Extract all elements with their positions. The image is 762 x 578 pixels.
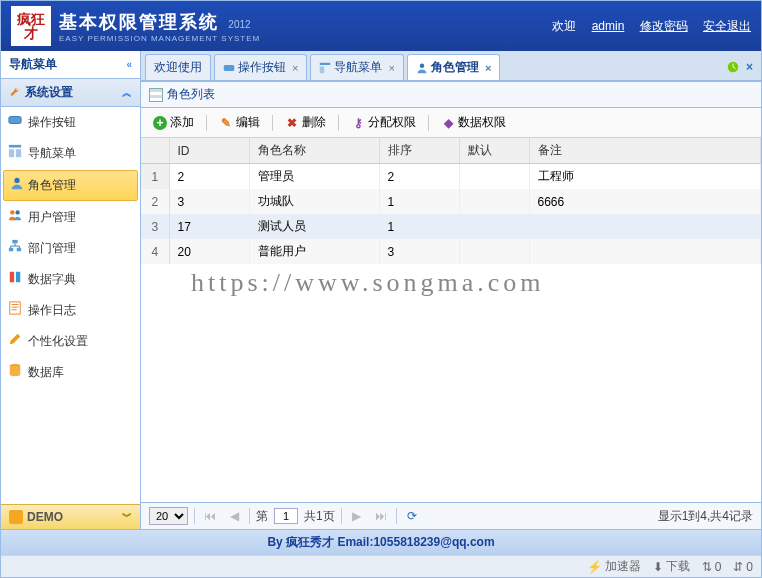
welcome-label: 欢迎 xyxy=(552,19,576,33)
tab-buttons[interactable]: 操作按钮 × xyxy=(214,54,307,80)
app-footer: By 疯狂秀才 Email:1055818239@qq.com xyxy=(1,529,761,555)
pencil-icon: ✎ xyxy=(219,116,233,130)
users-icon xyxy=(8,208,22,222)
close-all-tabs-icon[interactable]: × xyxy=(746,60,753,74)
status-net: ⇅ 0 xyxy=(702,558,722,575)
cell-id: 20 xyxy=(169,239,249,264)
cell-id: 2 xyxy=(169,164,249,190)
change-password-link[interactable]: 修改密码 xyxy=(640,19,688,33)
sidebar-item-nav[interactable]: 导航菜单 xyxy=(1,138,140,169)
sidebar-item-roles[interactable]: 角色管理 xyxy=(3,170,138,201)
add-label: 添加 xyxy=(170,114,194,131)
tab-nav[interactable]: 导航菜单 × xyxy=(310,54,403,80)
sidebar-item-personal[interactable]: 个性化设置 xyxy=(1,326,140,357)
cell-id: 3 xyxy=(169,189,249,214)
refresh-button[interactable]: ⟳ xyxy=(403,507,421,525)
svg-rect-10 xyxy=(10,302,21,314)
total-pages-label: 共1页 xyxy=(304,508,335,525)
table-row[interactable]: 4 20 普能用户 3 xyxy=(141,239,761,264)
expand-down-icon[interactable]: ︾ xyxy=(122,510,132,524)
rownum-cell: 1 xyxy=(141,164,169,190)
cell-sort: 1 xyxy=(379,189,459,214)
log-icon xyxy=(8,301,22,315)
col-name[interactable]: 角色名称 xyxy=(249,138,379,164)
next-page-button[interactable]: ▶ xyxy=(348,507,366,525)
cell-remark xyxy=(529,239,761,264)
tab-roles[interactable]: 角色管理 × xyxy=(407,54,500,80)
close-icon[interactable]: × xyxy=(485,62,491,74)
layout-icon xyxy=(8,144,22,158)
sidebar-item-label: 操作按钮 xyxy=(28,115,76,129)
system-settings-header[interactable]: 系统设置 ︽ xyxy=(1,79,140,107)
col-default[interactable]: 默认 xyxy=(459,138,529,164)
sidebar-item-logs[interactable]: 操作日志 xyxy=(1,295,140,326)
last-page-button[interactable]: ⏭ xyxy=(372,507,390,525)
prev-page-button[interactable]: ◀ xyxy=(225,507,243,525)
collapse-left-icon[interactable]: « xyxy=(126,59,132,70)
delete-label: 删除 xyxy=(302,114,326,131)
data-perm-button[interactable]: ◆数据权限 xyxy=(435,112,512,133)
table-row[interactable]: 1 2 管理员 2 工程师 xyxy=(141,164,761,190)
layout-icon xyxy=(319,62,331,74)
status-download[interactable]: ⬇下载 xyxy=(653,558,690,575)
add-button[interactable]: +添加 xyxy=(147,112,200,133)
table-row[interactable]: 2 3 功城队 1 6666 xyxy=(141,189,761,214)
table-row[interactable]: 3 17 测试人员 1 xyxy=(141,214,761,239)
sidebar-item-dict[interactable]: 数据字典 xyxy=(1,264,140,295)
tab-label: 欢迎使用 xyxy=(154,59,202,76)
tab-label: 角色管理 xyxy=(431,59,479,76)
cell-remark xyxy=(529,214,761,239)
header-actions: 欢迎 admin 修改密码 安全退出 xyxy=(552,18,751,35)
demo-label: DEMO xyxy=(27,510,63,524)
app-title: 基本权限管理系统 xyxy=(59,12,219,32)
page-input[interactable] xyxy=(274,508,298,524)
logout-link[interactable]: 安全退出 xyxy=(703,19,751,33)
svg-rect-3 xyxy=(16,149,21,157)
edit-button[interactable]: ✎编辑 xyxy=(213,112,266,133)
rownum-cell: 4 xyxy=(141,239,169,264)
tab-content: 角色列表 +添加 ✎编辑 ✖删除 ⚷分配权限 ◆数据权限 ID xyxy=(141,81,761,529)
sidebar-item-depts[interactable]: 部门管理 xyxy=(1,233,140,264)
button-icon xyxy=(8,113,22,127)
app-subtitle: EASY PERMISSION MANAGEMENT SYSTEM xyxy=(59,34,260,43)
book-icon xyxy=(8,270,22,284)
first-page-button[interactable]: ⏮ xyxy=(201,507,219,525)
assign-label: 分配权限 xyxy=(368,114,416,131)
footer-text: By 疯狂秀才 Email:1055818239@qq.com xyxy=(267,535,494,549)
menu-list: 操作按钮 导航菜单 角色管理 用户管理 部门管理 数据字典 xyxy=(1,107,140,504)
collapse-up-icon[interactable]: ︽ xyxy=(122,86,132,100)
username-link[interactable]: admin xyxy=(592,19,625,33)
nav-menu-header[interactable]: 导航菜单 « xyxy=(1,51,140,79)
sidebar-item-buttons[interactable]: 操作按钮 xyxy=(1,107,140,138)
sidebar-item-users[interactable]: 用户管理 xyxy=(1,202,140,233)
col-rownum[interactable] xyxy=(141,138,169,164)
roles-table: ID 角色名称 排序 默认 备注 1 2 管理员 2 工程师2 3 功城队 1 … xyxy=(141,138,761,264)
close-icon[interactable]: × xyxy=(292,62,298,74)
delete-button[interactable]: ✖删除 xyxy=(279,112,332,133)
status-accel[interactable]: ⚡加速器 xyxy=(587,558,641,575)
assign-perm-button[interactable]: ⚷分配权限 xyxy=(345,112,422,133)
col-sort[interactable]: 排序 xyxy=(379,138,459,164)
close-icon[interactable]: × xyxy=(388,62,394,74)
tab-welcome[interactable]: 欢迎使用 xyxy=(145,54,211,80)
tab-label: 导航菜单 xyxy=(334,59,382,76)
refresh-tabs-icon[interactable] xyxy=(726,60,740,74)
cell-sort: 1 xyxy=(379,214,459,239)
sidebar: 导航菜单 « 系统设置 ︽ 操作按钮 导航菜单 角色管理 用户管理 xyxy=(1,51,141,529)
svg-rect-1 xyxy=(9,145,21,148)
separator xyxy=(341,508,342,524)
separator xyxy=(396,508,397,524)
key-icon: ⚷ xyxy=(351,116,365,130)
button-icon xyxy=(223,62,235,74)
sidebar-item-db[interactable]: 数据库 xyxy=(1,357,140,388)
demo-panel-header[interactable]: DEMO ︾ xyxy=(1,504,140,529)
cell-sort: 3 xyxy=(379,239,459,264)
org-icon xyxy=(8,239,22,253)
database-icon xyxy=(8,363,22,377)
col-remark[interactable]: 备注 xyxy=(529,138,761,164)
user-role-icon xyxy=(10,176,24,190)
col-id[interactable]: ID xyxy=(169,138,249,164)
page-size-select[interactable]: 20 xyxy=(149,507,188,525)
cell-default xyxy=(459,164,529,190)
sidebar-item-label: 个性化设置 xyxy=(28,334,88,348)
